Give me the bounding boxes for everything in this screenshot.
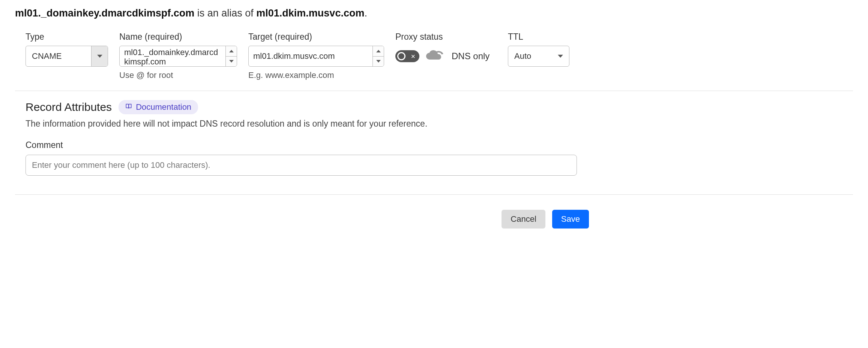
name-input[interactable]: ml01._domainkey.dmarcdkimspf.com (119, 46, 237, 67)
proxy-field: Proxy status ✕ DNS only (395, 32, 497, 67)
name-hint: Use @ for root (119, 70, 237, 80)
alias-suffix: . (364, 7, 367, 19)
target-step-up[interactable] (373, 46, 384, 57)
comment-label: Comment (15, 140, 853, 150)
documentation-link[interactable]: Documentation (119, 100, 198, 114)
alias-summary: ml01._domainkey.dmarcdkimspf.com is an a… (15, 7, 853, 19)
target-stepper (372, 46, 384, 66)
proxy-value: DNS only (452, 51, 490, 61)
save-button[interactable]: Save (552, 210, 589, 229)
type-field: Type CNAME (26, 32, 108, 67)
record-attributes-title: Record Attributes (26, 101, 112, 114)
proxy-toggle[interactable]: ✕ (395, 50, 419, 62)
chevron-up-icon (229, 50, 234, 52)
record-attributes-header: Record Attributes Documentation (15, 100, 853, 114)
name-stepper (225, 46, 237, 66)
target-input[interactable]: ml01.dkim.musvc.com (248, 46, 384, 67)
chevron-down-icon[interactable] (91, 46, 108, 66)
divider (15, 91, 853, 91)
book-icon (125, 102, 132, 112)
cancel-button[interactable]: Cancel (502, 210, 545, 229)
chevron-up-icon (376, 50, 381, 52)
target-step-down[interactable] (373, 57, 384, 67)
divider (15, 194, 853, 195)
actions-row: Cancel Save (15, 210, 589, 229)
proxy-label: Proxy status (395, 32, 497, 42)
name-field: Name (required) ml01._domainkey.dmarcdki… (119, 32, 237, 80)
type-select[interactable]: CNAME (26, 46, 108, 67)
type-select-value: CNAME (26, 46, 91, 66)
record-fields-row: Type CNAME Name (required) ml01._domaink… (15, 32, 853, 80)
record-attributes-description: The information provided here will not i… (15, 119, 853, 129)
documentation-label: Documentation (136, 102, 191, 112)
target-hint: E.g. www.example.com (248, 70, 384, 80)
ttl-label: TTL (508, 32, 569, 42)
alias-source-domain: ml01._domainkey.dmarcdkimspf.com (15, 7, 194, 19)
target-field: Target (required) ml01.dkim.musvc.com E.… (248, 32, 384, 80)
name-step-down[interactable] (226, 57, 237, 67)
type-label: Type (26, 32, 108, 42)
ttl-select[interactable]: Auto (508, 46, 569, 67)
cloud-icon (425, 50, 443, 63)
toggle-knob (397, 52, 405, 60)
name-input-value: ml01._domainkey.dmarcdkimspf.com (120, 46, 225, 66)
alias-target-domain: ml01.dkim.musvc.com (256, 7, 364, 19)
ttl-field: TTL Auto (508, 32, 569, 67)
chevron-down-icon (229, 60, 234, 63)
x-icon: ✕ (411, 54, 416, 59)
alias-middle-text: is an alias of (194, 7, 256, 19)
comment-input[interactable] (26, 155, 577, 176)
target-label: Target (required) (248, 32, 384, 42)
name-step-up[interactable] (226, 46, 237, 57)
name-label: Name (required) (119, 32, 237, 42)
chevron-down-icon (558, 55, 563, 58)
ttl-select-value: Auto (514, 51, 531, 61)
target-input-value: ml01.dkim.musvc.com (249, 46, 372, 66)
chevron-down-icon (376, 60, 381, 63)
